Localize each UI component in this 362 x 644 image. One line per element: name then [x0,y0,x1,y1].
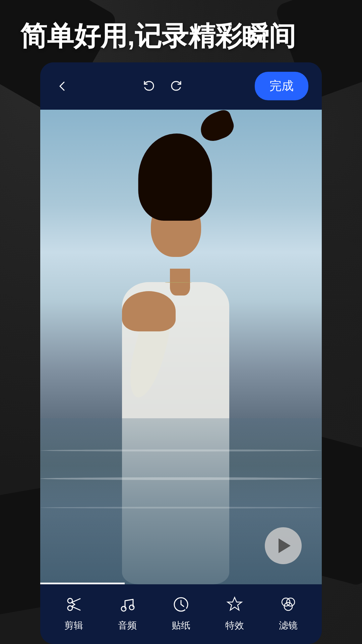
wave-line-3 [40,507,322,508]
play-button[interactable] [265,527,302,564]
sticker-icon [172,594,190,614]
video-area [40,110,322,584]
app-container: 完成 [40,62,322,644]
title-area: 简单好用,记录精彩瞬间 [0,0,362,62]
hair-shape [138,133,212,221]
main-title: 简单好用,记录精彩瞬间 [20,20,342,52]
svg-point-6 [121,606,126,611]
bottom-toolbar: 剪辑 音频 [40,584,322,644]
filter-label: 滤镜 [279,619,298,632]
done-button[interactable]: 完成 [255,72,308,100]
star-icon [226,594,244,614]
svg-marker-9 [228,597,242,610]
svg-line-2 [72,599,80,602]
toolbar-item-effects[interactable]: 特效 [208,594,261,632]
toolbar-item-cut[interactable]: 剪辑 [47,594,101,632]
video-progress-bar [40,583,125,584]
toolbar-item-audio[interactable]: 音频 [101,594,154,632]
music-icon [118,594,136,614]
scissors-icon [65,594,83,614]
back-button[interactable] [54,78,70,95]
svg-point-7 [129,605,134,610]
undo-button[interactable] [141,78,158,95]
effects-label: 特效 [225,619,244,632]
filter-icon [279,594,297,614]
wave-line-1 [40,449,322,451]
toolbar-left [54,78,70,95]
play-icon [279,538,291,553]
toolbar-item-sticker[interactable]: 贴纸 [154,594,208,632]
content-wrapper: 简单好用,记录精彩瞬间 [0,0,362,644]
shoulder-left [122,291,176,331]
wave-line-2 [40,477,322,480]
toolbar-item-filter[interactable]: 滤镜 [261,594,315,632]
sticker-label: 贴纸 [172,619,190,632]
redo-button[interactable] [168,78,184,95]
audio-label: 音频 [118,619,137,632]
toolbar-center [141,78,184,95]
necklace [165,282,192,283]
cut-label: 剪辑 [64,619,83,632]
svg-line-5 [72,604,75,606]
top-toolbar: 完成 [40,62,322,110]
svg-line-3 [72,606,80,610]
